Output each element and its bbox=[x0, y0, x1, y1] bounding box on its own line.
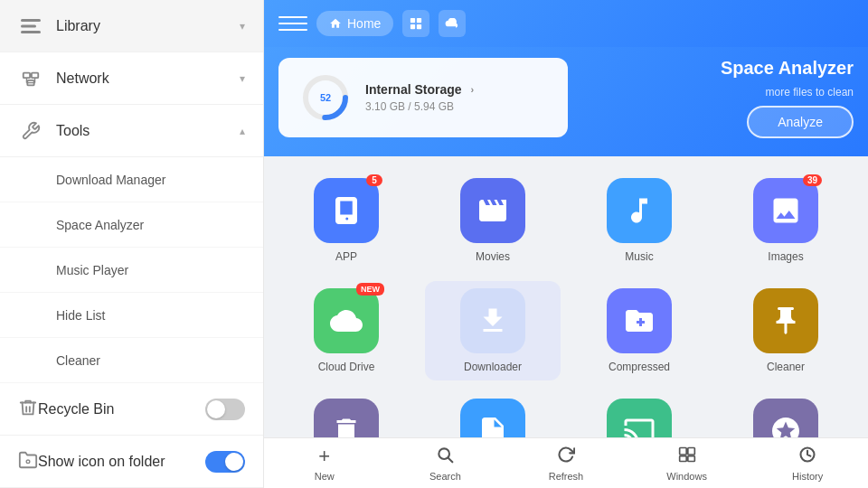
history-button[interactable]: History bbox=[747, 438, 868, 488]
sidebar-item-download-manager[interactable]: Download Manager bbox=[0, 157, 263, 202]
recycle-bin-toggle[interactable] bbox=[205, 399, 245, 420]
images-label: Images bbox=[768, 250, 803, 263]
grid-area: 5 APP Movies Music bbox=[264, 156, 868, 437]
hamburger-line-2 bbox=[278, 23, 307, 24]
windows-icon bbox=[678, 446, 696, 468]
library-icon bbox=[18, 14, 43, 39]
new-button[interactable]: + New bbox=[264, 438, 385, 488]
grid-item-recycle-bin[interactable]: Recycle Bin bbox=[278, 391, 414, 437]
windows-label: Windows bbox=[666, 471, 707, 482]
app-label: APP bbox=[335, 250, 357, 263]
storage-info: Internal Storage › 3.10 GB / 5.94 GB bbox=[365, 82, 474, 113]
storage-size: 3.10 GB / 5.94 GB bbox=[365, 100, 474, 113]
show-icon-toggle[interactable] bbox=[205, 451, 245, 473]
hide-list-label: Hide List bbox=[56, 308, 105, 323]
hamburger-button[interactable] bbox=[278, 9, 307, 38]
svg-rect-1 bbox=[21, 24, 36, 27]
search-icon bbox=[436, 446, 454, 468]
storage-arrow: › bbox=[471, 84, 475, 95]
svg-point-9 bbox=[26, 460, 30, 464]
grid-item-music[interactable]: Music bbox=[571, 171, 707, 270]
storage-card[interactable]: 52 Internal Storage › 3.10 GB / 5.94 GB bbox=[278, 58, 568, 137]
show-icon-label: Show icon on folder bbox=[38, 454, 165, 470]
refresh-icon bbox=[557, 446, 575, 468]
sidebar-item-cleaner[interactable]: Cleaner bbox=[0, 338, 263, 383]
grid-item-app[interactable]: 5 APP bbox=[278, 171, 414, 270]
music-label: Music bbox=[625, 250, 653, 263]
grid-item-compressed[interactable]: Compressed bbox=[571, 281, 707, 380]
download-manager-label: Download Manager bbox=[56, 173, 165, 187]
sidebar-library-label: Library bbox=[56, 18, 240, 34]
svg-rect-10 bbox=[410, 18, 415, 23]
grid-item-cast[interactable]: Cast bbox=[571, 391, 707, 437]
svg-rect-4 bbox=[32, 72, 38, 78]
cloud-button[interactable] bbox=[439, 10, 466, 37]
sidebar: Library ▾ Network ▾ Tools ▴ bbox=[0, 0, 264, 488]
grid-item-cleaner[interactable]: Cleaner bbox=[718, 281, 854, 380]
grid-item-documents[interactable]: Documents bbox=[425, 391, 561, 437]
sidebar-item-tools[interactable]: Tools ▴ bbox=[0, 105, 263, 157]
recycle-bin-icon bbox=[18, 398, 38, 421]
cloud-badge: NEW bbox=[356, 283, 384, 296]
svg-rect-20 bbox=[679, 455, 686, 461]
space-analyzer-panel: Space Analyzer more files to clean Analy… bbox=[586, 58, 854, 138]
donut-chart: 52 bbox=[300, 72, 351, 123]
cast-icon bbox=[607, 399, 672, 437]
compressed-icon bbox=[607, 288, 672, 353]
svg-rect-11 bbox=[417, 18, 421, 23]
history-label: History bbox=[792, 471, 823, 482]
sidebar-network-label: Network bbox=[56, 70, 240, 87]
bottom-bar: + New Search R bbox=[264, 437, 868, 488]
app-icon: 5 bbox=[314, 178, 379, 243]
sidebar-item-library[interactable]: Library ▾ bbox=[0, 0, 263, 52]
home-icon bbox=[329, 17, 342, 30]
grid-view-button[interactable] bbox=[402, 10, 429, 37]
grid-item-downloader[interactable]: Downloader bbox=[425, 281, 561, 380]
history-icon bbox=[798, 446, 816, 468]
refresh-label: Refresh bbox=[549, 471, 584, 482]
cloud-drive-label: Cloud Drive bbox=[318, 361, 375, 373]
tools-chevron: ▴ bbox=[240, 125, 245, 137]
sidebar-item-hide-list[interactable]: Hide List bbox=[0, 293, 263, 338]
sidebar-item-music-player[interactable]: Music Player bbox=[0, 248, 263, 293]
grid-item-movies[interactable]: Movies bbox=[425, 171, 561, 270]
app-grid: 5 APP Movies Music bbox=[278, 171, 854, 437]
cloud-icon bbox=[445, 18, 459, 29]
music-player-label: Music Player bbox=[56, 263, 128, 277]
banner: 52 Internal Storage › 3.10 GB / 5.94 GB … bbox=[264, 47, 868, 156]
svg-rect-0 bbox=[21, 19, 41, 22]
refresh-button[interactable]: Refresh bbox=[505, 438, 627, 488]
search-label: Search bbox=[429, 471, 461, 482]
grid-item-images[interactable]: 39 Images bbox=[718, 171, 854, 270]
header: Home bbox=[264, 0, 868, 47]
sidebar-tools-label: Tools bbox=[56, 123, 240, 139]
tools-icon bbox=[18, 118, 43, 144]
app-badge: 5 bbox=[366, 174, 382, 186]
cleaner-label: Cleaner bbox=[56, 353, 100, 368]
analyzer-subtitle: more files to clean bbox=[766, 86, 854, 99]
sidebar-item-space-analyzer[interactable]: Space Analyzer bbox=[0, 202, 263, 248]
downloader-icon bbox=[460, 288, 525, 353]
grid-item-logger[interactable]: Logger bbox=[718, 391, 854, 437]
main-content: Home 52 bbox=[264, 0, 868, 488]
documents-icon bbox=[460, 399, 525, 437]
grid-item-cloud-drive[interactable]: NEW Cloud Drive bbox=[278, 281, 414, 380]
sidebar-item-recycle-bin[interactable]: Recycle Bin bbox=[0, 383, 263, 436]
svg-rect-12 bbox=[410, 24, 415, 29]
recycle-bin-grid-icon bbox=[314, 399, 379, 437]
storage-name: Internal Storage › bbox=[365, 82, 474, 97]
cleaner-label: Cleaner bbox=[767, 361, 805, 373]
analyze-button[interactable]: Analyze bbox=[747, 106, 854, 138]
sidebar-item-network[interactable]: Network ▾ bbox=[0, 52, 263, 105]
images-icon: 39 bbox=[753, 178, 818, 243]
sidebar-item-show-icon[interactable]: Show icon on folder bbox=[0, 436, 263, 488]
svg-rect-13 bbox=[417, 24, 421, 29]
storage-percent: 52 bbox=[320, 92, 331, 103]
home-label: Home bbox=[347, 16, 381, 31]
music-icon bbox=[607, 178, 672, 243]
windows-button[interactable]: Windows bbox=[627, 438, 748, 488]
images-badge: 39 bbox=[803, 174, 822, 186]
library-chevron: ▾ bbox=[240, 20, 245, 33]
search-button[interactable]: Search bbox=[385, 438, 506, 488]
home-button[interactable]: Home bbox=[316, 11, 393, 36]
